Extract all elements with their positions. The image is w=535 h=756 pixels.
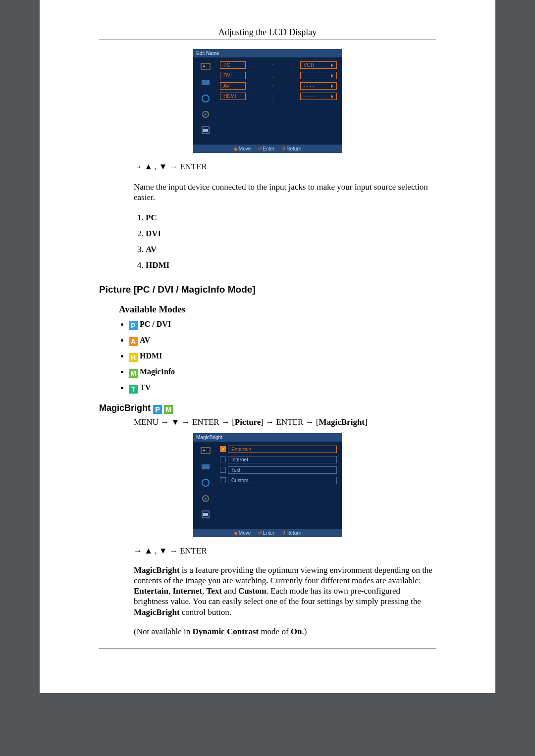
svg-point-9 xyxy=(203,450,205,452)
osd-row-value: - - - - xyxy=(300,72,337,79)
footer-enter: Enter xyxy=(263,146,274,151)
enter-icon: ⏎ xyxy=(258,146,262,151)
osd-row: Custom xyxy=(220,477,337,484)
check-icon: ✓ xyxy=(220,446,226,452)
nav-instructions-2: → ▲ , ▼ → ENTER xyxy=(134,546,436,556)
osd-row-label: AV xyxy=(220,82,246,90)
sound-tab-icon xyxy=(200,461,211,472)
divider-bottom xyxy=(99,649,436,649)
mode-badge-m-icon: M xyxy=(164,405,173,414)
menu-path: MENU → ▼ → ENTER → [Picture] → ENTER → [… xyxy=(134,417,436,427)
osd-magicbright: MagicBright xyxy=(193,433,342,537)
mode-badge-p-icon: P xyxy=(129,321,138,330)
mode-item: HHDMI xyxy=(129,352,436,360)
osd-row-label: DVI xyxy=(220,72,246,79)
footer-move: Move xyxy=(239,530,251,536)
osd-edit-name: Edit Name xyxy=(193,49,342,153)
svg-rect-8 xyxy=(201,448,210,454)
arrow-right-icon xyxy=(331,84,333,88)
osd-row-label: HDMI xyxy=(220,93,246,100)
enter-icon: ⏎ xyxy=(258,530,262,536)
osd-row-value: VCR xyxy=(300,61,337,69)
list-item: HDMI xyxy=(146,260,436,270)
nav-instructions-1: → ▲ , ▼ → ENTER xyxy=(134,162,436,172)
list-item: PC xyxy=(146,213,436,223)
svg-point-1 xyxy=(203,65,205,67)
svg-rect-15 xyxy=(203,513,208,516)
check-icon xyxy=(220,456,226,462)
gear-tab-icon xyxy=(200,109,211,120)
osd-row-label: Internet xyxy=(228,456,337,463)
footer-return: Return xyxy=(286,530,301,536)
magicbright-heading: MagicBright PM xyxy=(99,403,436,413)
mode-badge-a-icon: A xyxy=(129,337,138,346)
osd-title: Edit Name xyxy=(193,49,342,57)
osd-footer: ◆Move ⏎Enter ↺Return xyxy=(193,529,342,537)
osd-row: DVI : - - - - xyxy=(220,72,337,79)
svg-point-3 xyxy=(202,95,209,102)
osd-footer: ◆Move ⏎Enter ↺Return xyxy=(193,145,342,153)
osd-row-label: Entertain xyxy=(228,446,337,453)
available-modes-list: PPC / DVI AAV HHDMI MMagicInfo TTV xyxy=(119,320,436,392)
list-item: AV xyxy=(146,245,436,254)
move-icon: ◆ xyxy=(234,146,238,151)
osd-row-value: - - - - xyxy=(300,93,337,100)
mode-item: MMagicInfo xyxy=(129,367,436,376)
page: Adjusting the LCD Display Edit Name xyxy=(40,0,495,693)
mode-badge-m-icon: M xyxy=(129,369,138,378)
mode-item: TTV xyxy=(129,383,436,392)
setup-tab-icon xyxy=(200,477,211,488)
osd-row: AV : - - - - xyxy=(220,82,337,90)
section-title-picture: Picture [PC / DVI / MagicInfo Mode] xyxy=(99,284,436,295)
setup-tab-icon xyxy=(200,93,211,104)
osd-row-label: Text xyxy=(228,466,337,474)
return-icon: ↺ xyxy=(281,146,285,151)
osd-row: ✓ Entertain xyxy=(220,446,337,453)
list-item: DVI xyxy=(146,229,436,239)
svg-rect-2 xyxy=(202,80,210,85)
mode-item: PPC / DVI xyxy=(129,320,436,329)
footer-enter: Enter xyxy=(263,530,274,536)
mode-badge-p-icon: P xyxy=(153,405,162,414)
info-tab-icon xyxy=(200,509,211,520)
picture-tab-icon xyxy=(200,446,211,456)
description-1: Name the input device connected to the i… xyxy=(134,182,436,203)
magicbright-description: MagicBright is a feature providing the o… xyxy=(134,565,436,617)
return-icon: ↺ xyxy=(281,530,285,536)
mode-item: AAV xyxy=(129,336,436,345)
mode-badge-h-icon: H xyxy=(129,353,138,362)
footer-move: Move xyxy=(239,146,251,151)
arrow-right-icon xyxy=(331,63,333,67)
svg-rect-0 xyxy=(201,63,210,69)
divider-top xyxy=(99,40,436,40)
svg-rect-10 xyxy=(202,464,210,469)
page-title: Adjusting the LCD Display xyxy=(99,27,436,38)
svg-point-13 xyxy=(205,498,207,500)
osd-title: MagicBright xyxy=(193,433,342,442)
svg-point-11 xyxy=(202,479,209,486)
mode-name: PC / DVI xyxy=(140,320,171,328)
osd-row-label: Custom xyxy=(228,477,337,484)
osd-row: HDMI : - - - - xyxy=(220,93,337,100)
osd-left-tabs xyxy=(193,57,218,145)
osd-row-label: PC xyxy=(220,61,246,69)
svg-point-5 xyxy=(205,113,207,115)
check-icon xyxy=(220,467,226,473)
osd-row-value: - - - - xyxy=(300,82,337,90)
svg-rect-7 xyxy=(203,129,208,132)
osd-row: Internet xyxy=(220,456,337,463)
available-modes-title: Available Modes xyxy=(119,304,436,315)
footer-return: Return xyxy=(286,146,301,151)
mode-name: TV xyxy=(140,383,151,392)
mode-name: AV xyxy=(140,336,150,344)
check-icon xyxy=(220,477,226,483)
osd-row: PC : VCR xyxy=(220,61,337,69)
gear-tab-icon xyxy=(200,493,211,504)
info-tab-icon xyxy=(200,125,211,136)
sound-tab-icon xyxy=(200,77,211,88)
mode-name: HDMI xyxy=(140,352,162,360)
sources-list: PC DVI AV HDMI xyxy=(134,213,436,270)
move-icon: ◆ xyxy=(234,530,238,536)
osd-row: Text xyxy=(220,466,337,474)
mode-name: MagicInfo xyxy=(140,367,175,376)
